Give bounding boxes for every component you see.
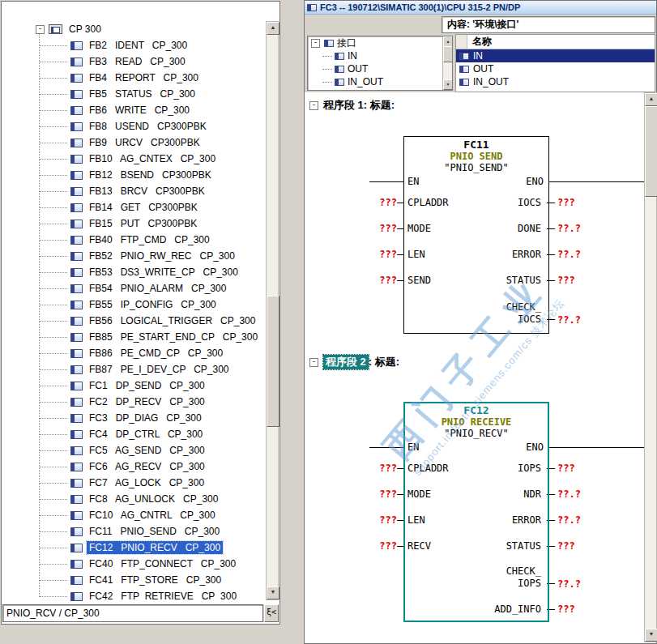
tree-item[interactable]: FB8 USEND CP300PBK	[2, 118, 265, 134]
network-1-number[interactable]: 程序段 1	[323, 98, 364, 113]
name-table-row[interactable]: OUT	[456, 62, 655, 75]
collapse-icon[interactable]: -	[309, 101, 318, 110]
tree-root-cp300[interactable]: - CP 300	[2, 21, 265, 37]
pin-value-left[interactable]: ???	[369, 540, 397, 552]
pin-value-right[interactable]: ??.?	[555, 249, 645, 260]
tree-item[interactable]: FB12 BSEND CP300PBK	[2, 167, 265, 183]
tree-item[interactable]: FB56 LOGICAL_TRIGGER CP_300	[2, 313, 265, 329]
pin-value-left[interactable]: ???	[369, 249, 397, 260]
interface-tree-item[interactable]: IN	[308, 49, 452, 62]
tree-item[interactable]: FC42 FTP_RETRIEVE CP_300	[2, 588, 265, 601]
tree-item[interactable]: FB3 READ CP_300	[2, 53, 265, 70]
block-type-label: PNIO RECEIVE	[403, 416, 549, 428]
scrollbar-thumb[interactable]	[443, 46, 453, 62]
pin-value-right[interactable]: ???	[555, 603, 645, 615]
row-selector-column	[456, 35, 467, 49]
tree-item[interactable]: FB5 STATUS CP_300	[2, 86, 265, 102]
pin-value-right[interactable]: ??.?	[555, 488, 645, 500]
editor-title: FC3 -- 190712\SIMATIC 300(1)\CPU 315-2 P…	[320, 2, 520, 12]
interface-tree-item[interactable]: OUT	[308, 62, 452, 75]
network-2-title[interactable]: : 标题:	[369, 355, 399, 369]
selected-block-field[interactable]: PNIO_RCV / CP_300	[2, 604, 263, 622]
pin-value-right[interactable]: ???	[555, 463, 645, 474]
pin-value-right[interactable]: ???	[555, 540, 645, 552]
tree-item[interactable]: FB53 DS3_WRITE_CP CP_300	[2, 264, 265, 280]
tree-item[interactable]: FB87 PE_I_DEV_CP CP_300	[2, 361, 265, 377]
tree-item[interactable]: FB6 WRITE CP_300	[2, 102, 265, 118]
pin-value-right[interactable]: ??.?	[555, 314, 645, 326]
pin-value-right[interactable]: ??.?	[555, 223, 645, 234]
editor-scrollbar[interactable]: ▲ ▼	[644, 92, 657, 642]
tree-item[interactable]: FC11 PNIO_SEND CP_300	[2, 523, 265, 540]
editor-titlebar[interactable]: FC3 -- 190712\SIMATIC 300(1)\CPU 315-2 P…	[305, 1, 656, 15]
pin-value-left[interactable]: ???	[369, 275, 397, 286]
tree-item[interactable]: FB10 AG_CNTEX CP_300	[2, 151, 265, 167]
tree-item[interactable]: FC40 FTP_CONNECT CP_300	[2, 556, 265, 572]
scroll-up-icon[interactable]: ▲	[267, 22, 279, 35]
tree-item[interactable]: FB40 FTP_CMD CP_300	[2, 232, 265, 248]
tree-item[interactable]: FB4 REPORT CP_300	[2, 70, 265, 86]
pin-value-left[interactable]: ???	[369, 514, 397, 526]
tree-item[interactable]: FC5 AG_SEND CP_300	[2, 442, 265, 458]
tree-item[interactable]: FC12 PNIO_RECV CP_300	[2, 540, 265, 556]
interface-scrollbar[interactable]: ▲ ▼	[442, 36, 452, 90]
tree-scrollbar[interactable]: ▲ ▼	[266, 21, 279, 600]
name-table-row[interactable]: IN	[456, 49, 655, 62]
tree-item[interactable]: FB9 URCV CP300PBK	[2, 134, 265, 151]
tree-connector	[40, 94, 67, 95]
fbd-block-fc12[interactable]: FC12 PNIO RECEIVE "PNIO_RECV" EN ENO ???…	[369, 402, 645, 622]
interface-item-label: IN_OUT	[348, 76, 383, 87]
tree-item[interactable]: FC10 AG_CNTRL CP_300	[2, 507, 265, 523]
tree-item[interactable]: FC3 DP_DIAG CP_300	[2, 410, 265, 426]
tree-item[interactable]: FC8 AG_UNLOCK CP_300	[2, 491, 265, 507]
scroll-down-icon[interactable]: ▼	[645, 629, 657, 642]
scrollbar-thumb[interactable]	[267, 296, 279, 427]
fbd-block-fc11[interactable]: FC11 PNIO SEND "PNIO_SEND" EN ENO ??? CP…	[369, 136, 645, 334]
tree-item[interactable]: FC7 AG_LOCK CP_300	[2, 475, 265, 491]
pin-label-left: SEND	[403, 275, 431, 286]
block-symbol-name: "PNIO_SEND"	[403, 162, 549, 173]
interface-root[interactable]: - 接口	[308, 36, 452, 49]
scrollbar-thumb[interactable]	[645, 106, 657, 197]
tree-connector	[40, 321, 67, 322]
collapse-icon[interactable]: -	[36, 25, 45, 34]
tree-item[interactable]: FC41 FTP_STORE CP_300	[2, 572, 265, 588]
block-header: FC12 PNIO RECEIVE "PNIO_RECV"	[403, 402, 549, 439]
interface-tree-item[interactable]: IN_OUT	[308, 75, 452, 88]
pin-value-left[interactable]: ???	[369, 463, 397, 474]
tree-item[interactable]: FC6 AG_RECV CP_300	[2, 458, 265, 475]
tree-item[interactable]: FB52 PNIO_RW_REC CP_300	[2, 248, 265, 264]
tree-item[interactable]: FB55 IP_CONFIG CP_300	[2, 296, 265, 313]
pin-value-left[interactable]: ???	[369, 488, 397, 500]
pin-value-right[interactable]: ??.?	[555, 578, 645, 590]
tree-item[interactable]: FC2 DP_RECV CP_300	[2, 394, 265, 410]
tree-item[interactable]: FC4 DP_CTRL CP_300	[2, 426, 265, 442]
collapse-icon[interactable]: -	[311, 39, 320, 48]
tree-item[interactable]: FB15 PUT CP300PBK	[2, 215, 265, 232]
filter-icon[interactable]: ξ<	[264, 604, 279, 622]
collapse-icon[interactable]: -	[309, 358, 318, 367]
tree-item[interactable]: FC1 DP_SEND CP_300	[2, 377, 265, 394]
pin-value-right[interactable]: ??.?	[555, 514, 645, 526]
pin-value-right[interactable]: ???	[555, 275, 645, 286]
scroll-up-icon[interactable]: ▲	[645, 93, 657, 106]
tree-connector	[40, 256, 67, 257]
tree-item[interactable]: FB86 PE_CMD_CP CP_300	[2, 345, 265, 361]
block-icon	[70, 41, 83, 50]
tree-connector	[40, 564, 67, 565]
pin-value-right[interactable]: ???	[555, 197, 645, 208]
pin-label-left: CPLADDR	[403, 463, 449, 474]
name-table-row[interactable]: IN_OUT	[456, 75, 655, 88]
tree-item[interactable]: FB2 IDENT CP_300	[2, 37, 265, 53]
tree-item[interactable]: FB54 PNIO_ALARM CP_300	[2, 280, 265, 296]
pin-label-right: NDR	[523, 488, 547, 501]
network-2-number[interactable]: 程序段 2	[323, 355, 369, 369]
scroll-down-icon[interactable]: ▼	[267, 586, 279, 599]
network-1-title[interactable]: : 标题:	[364, 98, 395, 113]
tree-item[interactable]: FB85 PE_START_END_CP CP_300	[2, 329, 265, 345]
tree-item[interactable]: FB14 GET CP300PBK	[2, 199, 265, 215]
tree-item[interactable]: FB13 BRCV CP300PBK	[2, 183, 265, 199]
pin-value-left[interactable]: ???	[369, 223, 397, 234]
pin-value-left[interactable]: ???	[369, 197, 397, 208]
scroll-down-icon[interactable]: ▼	[443, 79, 453, 90]
